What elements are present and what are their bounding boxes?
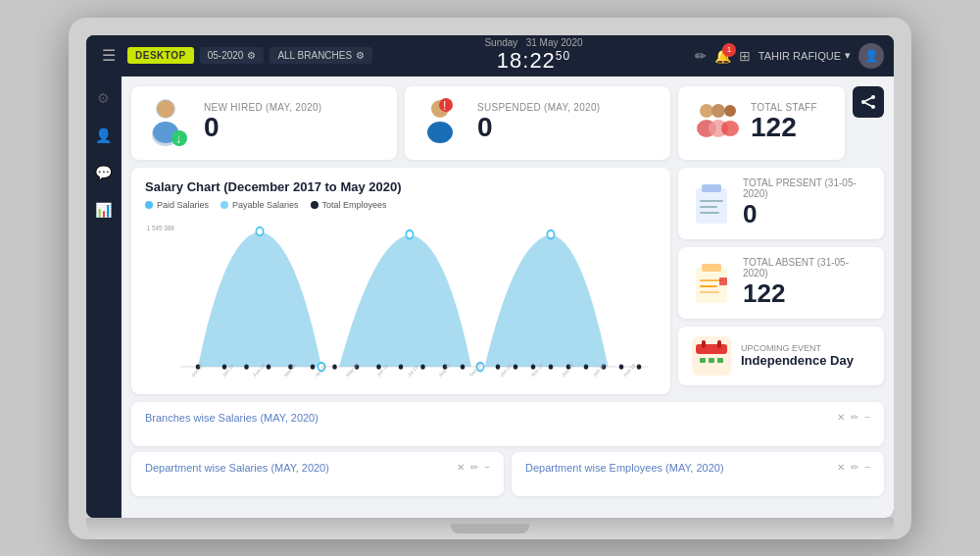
suspended-text: SUSPENDED (MAY, 2020) 0 (477, 102, 657, 143)
bottom-section: Branches wise Salaries (MAY, 2020) ✕ ✏ − (131, 402, 884, 496)
sidebar-icon-users[interactable]: 👤 (91, 124, 116, 147)
edit-icon[interactable]: ✏ (695, 48, 707, 64)
laptop-notch (451, 524, 529, 533)
svg-rect-67 (702, 184, 721, 192)
person-hired-svg: ↓ (146, 97, 193, 148)
svg-point-2 (157, 100, 174, 118)
svg-text:1 545 388: 1 545 388 (147, 224, 174, 231)
staff-svg (693, 101, 740, 144)
sidebar-icon-chat[interactable]: 💬 (91, 161, 116, 184)
avatar[interactable]: 👤 (858, 43, 884, 69)
branches-close-btn[interactable]: ✕ (837, 412, 845, 423)
dept-employees-actions: ✕ ✏ − (837, 462, 870, 473)
left-section: ↓ NEW HIRED (MAY, 2020) 0 (131, 86, 670, 394)
svg-rect-76 (719, 278, 727, 285)
branches-salaries-actions: ✕ ✏ − (837, 412, 870, 423)
svg-point-14 (547, 229, 554, 238)
svg-rect-81 (700, 358, 706, 363)
laptop-frame: ☰ DESKTOP 05-2020 ⚙ ALL BRANCHES ⚙ Sunda… (69, 18, 911, 539)
total-staff-icon (692, 101, 741, 144)
svg-rect-78 (696, 344, 727, 354)
event-label: UpComing Event (741, 343, 854, 353)
grid-icon[interactable]: ⊞ (739, 48, 751, 64)
total-staff-card: TOTAL STAFF 122 (678, 86, 845, 160)
svg-rect-75 (700, 291, 719, 293)
dept-employees-header: Department wise Employees (MAY, 2020) ✕ … (525, 462, 870, 474)
svg-rect-70 (700, 212, 719, 214)
svg-point-29 (496, 364, 501, 369)
total-staff-value: 122 (751, 113, 831, 143)
date-selector[interactable]: 05-2020 ⚙ (200, 47, 265, 64)
sidebar-icon-settings[interactable]: ⚙ (93, 86, 114, 110)
sidebar-icon-chart[interactable]: 📊 (91, 198, 116, 222)
sidebar: ⚙ 👤 💬 📊 (86, 76, 122, 518)
event-text: UpComing Event Independence Day (741, 343, 854, 368)
event-title: Independence Day (741, 353, 854, 368)
dept-emp-close-btn[interactable]: ✕ (837, 462, 845, 473)
notification-icon[interactable]: 🔔 1 (714, 48, 731, 64)
branches-edit-btn[interactable]: ✏ (851, 412, 858, 423)
svg-rect-69 (700, 206, 717, 208)
svg-point-17 (244, 364, 249, 369)
branches-selector[interactable]: ALL BRANCHES ⚙ (270, 47, 372, 64)
suspended-value: 0 (477, 113, 657, 143)
calendar-svg (694, 338, 729, 374)
dept-emp-minus-btn[interactable]: − (864, 462, 870, 473)
new-hired-label: NEW HIRED (MAY, 2020) (204, 102, 383, 113)
svg-line-64 (863, 97, 873, 102)
total-absent-value: 122 (743, 278, 870, 309)
total-absent-label: Total Absent (31-05-2020) (743, 257, 870, 278)
svg-text:Feb-19: Feb-19 (623, 362, 636, 378)
svg-rect-74 (700, 285, 717, 287)
right-panel: TOTAL STAFF 122 (678, 86, 884, 385)
laptop-base (86, 518, 894, 539)
svg-point-25 (420, 364, 425, 369)
dept-cards-row: Department wise Salaries (MAY, 2020) ✕ ✏… (131, 452, 884, 496)
menu-icon[interactable]: ☰ (96, 42, 122, 69)
svg-point-24 (399, 364, 404, 369)
svg-rect-72 (702, 264, 721, 272)
branches-minus-btn[interactable]: − (864, 412, 870, 423)
svg-line-65 (863, 102, 873, 107)
svg-point-18 (267, 364, 271, 369)
svg-rect-80 (717, 340, 721, 348)
upcoming-event-card: UpComing Event Independence Day (678, 327, 884, 385)
legend-payable: Payable Salaries (220, 200, 299, 210)
calendar-icon (692, 336, 731, 376)
svg-point-59 (724, 105, 736, 117)
new-hired-text: NEW HIRED (MAY, 2020) 0 (204, 102, 383, 143)
salary-chart-svg: 1 545 388 (145, 216, 657, 382)
desktop-button[interactable]: DESKTOP (127, 47, 194, 64)
svg-point-57 (711, 104, 725, 118)
dept-sal-edit-btn[interactable]: ✏ (470, 462, 478, 473)
share-icon (860, 94, 876, 110)
dept-sal-close-btn[interactable]: ✕ (457, 462, 465, 473)
svg-rect-79 (702, 340, 706, 348)
clipboard-absent-svg (692, 262, 731, 305)
clock-time: 18:2250 (497, 48, 570, 73)
dept-emp-edit-btn[interactable]: ✏ (851, 462, 858, 473)
share-button[interactable] (853, 86, 884, 118)
dept-employees-title: Department wise Employees (MAY, 2020) (525, 462, 724, 474)
svg-rect-68 (700, 200, 723, 202)
total-staff-row: TOTAL STAFF 122 (678, 86, 884, 160)
suspended-card: ! SUSPENDED (MAY, 2020) 0 (405, 86, 670, 160)
total-present-value: 0 (743, 199, 870, 229)
svg-point-30 (514, 364, 518, 369)
legend-paid: Paid Salaries (145, 200, 209, 210)
branches-salaries-card: Branches wise Salaries (MAY, 2020) ✕ ✏ − (131, 402, 884, 446)
topbar-icons: ✏ 🔔 1 ⊞ TAHIR RAFIQUE ▾ 👤 (695, 43, 884, 69)
svg-point-27 (461, 364, 466, 369)
svg-text:↓: ↓ (175, 132, 181, 146)
svg-point-55 (700, 104, 713, 118)
svg-point-21 (332, 364, 337, 369)
dept-salaries-title: Department wise Salaries (MAY, 2020) (145, 462, 329, 474)
dept-salaries-card: Department wise Salaries (MAY, 2020) ✕ ✏… (131, 452, 504, 496)
dept-sal-minus-btn[interactable]: − (484, 462, 490, 473)
new-hired-value: 0 (204, 113, 383, 143)
user-menu[interactable]: TAHIR RAFIQUE ▾ (759, 49, 851, 62)
svg-point-32 (549, 364, 554, 369)
salary-chart-card: Salary Chart (December 2017 to May 2020)… (131, 168, 670, 394)
legend-total: Total Employees (311, 200, 387, 210)
new-hired-card: ↓ NEW HIRED (MAY, 2020) 0 (131, 86, 397, 160)
